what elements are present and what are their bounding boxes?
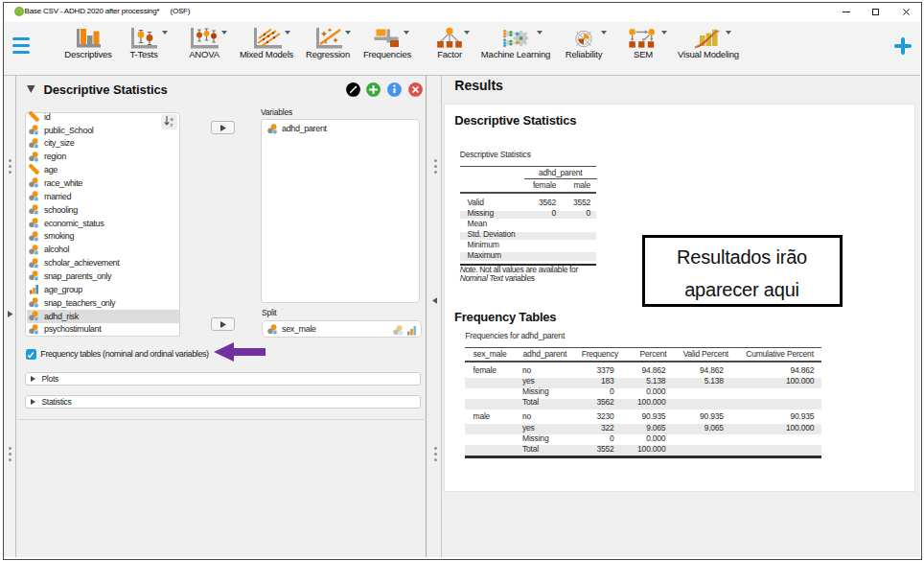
svg-text:a: a (35, 249, 37, 255)
svg-text:a: a (35, 236, 37, 242)
svg-text:a: a (171, 115, 174, 121)
svg-text:a: a (35, 196, 37, 201)
svg-text:a: a (35, 316, 37, 321)
svg-text:a: a (35, 143, 37, 149)
svg-text:a: a (35, 183, 37, 189)
svg-text:a: a (35, 329, 37, 335)
svg-text:a: a (35, 302, 37, 308)
svg-text:a: a (35, 129, 37, 135)
svg-text:a: a (35, 276, 37, 282)
svg-text:a: a (273, 329, 276, 335)
svg-text:a: a (35, 156, 37, 162)
svg-text:a: a (35, 263, 37, 269)
svg-text:a: a (273, 129, 276, 134)
svg-text:z: z (171, 122, 173, 128)
svg-text:a: a (35, 222, 37, 228)
svg-text:a: a (35, 209, 37, 215)
